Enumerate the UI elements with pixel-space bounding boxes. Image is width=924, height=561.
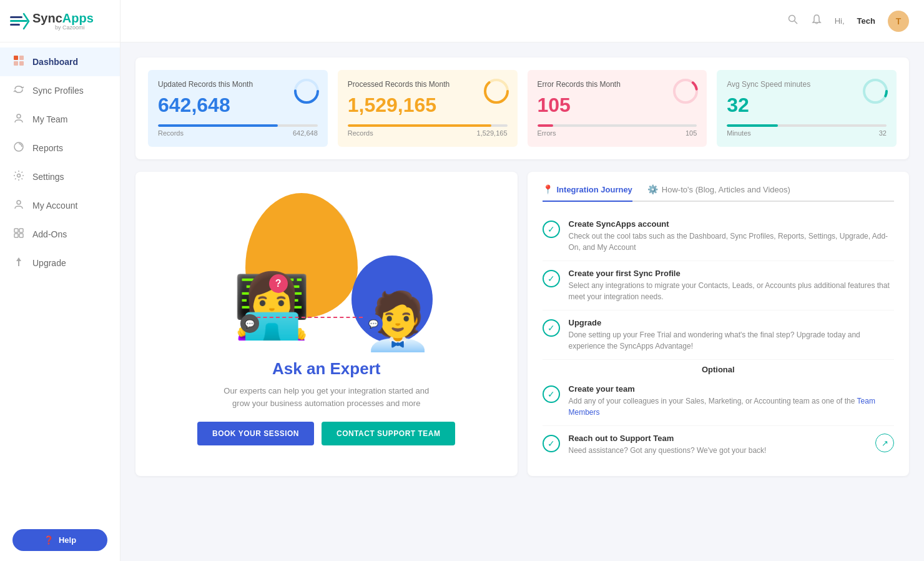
optional-label: Optional (543, 360, 895, 377)
integration-tabs: 📍 Integration Journey ⚙️ How-to's (Blog,… (543, 184, 895, 202)
stats-row: Updated Records this Month 642,648 Recor… (135, 57, 909, 159)
sidebar-item-dashboard[interactable]: Dashboard (0, 47, 120, 76)
stat-meta-label-speed: Minutes (727, 129, 751, 137)
ask-expert-panel: 👩‍💻 🧑‍💼 ? 💬 💬 Ask an Expert Our experts … (135, 172, 518, 476)
help-icon: ❓ (44, 535, 54, 545)
check-create-team: ✓ (543, 385, 560, 403)
check-create-account: ✓ (543, 221, 560, 238)
topbar: Hi, Tech T (120, 0, 924, 42)
svg-rect-11 (14, 229, 18, 232)
journey-title-create-account: Create SyncApps account (569, 219, 895, 229)
check-sync-profile: ✓ (543, 270, 560, 287)
sidebar-label-dashboard: Dashboard (32, 57, 78, 67)
howtos-tab-icon: ⚙️ (647, 184, 658, 194)
svg-line-16 (794, 21, 797, 24)
chat-icon-right: 💬 (364, 314, 383, 333)
stat-avg-sync-speed: Avg Sync Speed minutes 32 Minutes 32 (717, 70, 897, 147)
journey-title-reach-support: Reach out to Support Team (569, 434, 867, 443)
sidebar-help: ❓ Help (0, 519, 120, 561)
contact-support-button[interactable]: CONTACT SUPPORT TEAM (322, 422, 455, 445)
svg-rect-0 (10, 16, 22, 18)
help-button[interactable]: ❓ Help (12, 529, 107, 551)
add-ons-icon (12, 227, 25, 241)
notification-icon[interactable] (811, 14, 822, 28)
tab-integration-journey[interactable]: 📍 Integration Journey (543, 184, 632, 202)
journey-desc-reach-support: Need assistance? Got any questions? We'v… (569, 445, 867, 456)
sidebar-item-add-ons[interactable]: Add-Ons (0, 220, 120, 249)
settings-icon (12, 170, 25, 184)
sidebar-label-upgrade: Upgrade (32, 258, 66, 268)
sidebar-nav: Dashboard Sync Profiles My Team Reports … (0, 42, 120, 519)
topbar-greeting: Hi, (835, 16, 845, 26)
svg-rect-14 (19, 234, 23, 237)
my-account-icon (12, 199, 25, 212)
sidebar-label-sync-profiles: Sync Profiles (32, 86, 84, 96)
syncapps-logo-icon (10, 12, 30, 30)
sidebar-logo: SyncApps by Cazoomi (0, 0, 120, 42)
upgrade-icon (12, 256, 25, 270)
journey-tab-label: Integration Journey (557, 185, 632, 194)
dashboard-icon (12, 55, 25, 69)
journey-item-sync-profile: ✓ Create your first Sync Profile Select … (543, 261, 895, 310)
stat-meta-value-processed: 1,529,165 (477, 129, 508, 137)
dotted-line (250, 317, 363, 318)
topbar-username: Tech (857, 16, 875, 26)
sidebar-item-reports[interactable]: Reports (0, 134, 120, 162)
svg-rect-5 (14, 61, 18, 66)
svg-rect-6 (19, 61, 24, 66)
sidebar-item-sync-profiles[interactable]: Sync Profiles (0, 76, 120, 105)
journey-title-upgrade: Upgrade (569, 318, 895, 327)
svg-rect-1 (10, 20, 27, 22)
journey-item-reach-support: ✓ Reach out to Support Team Need assista… (543, 426, 895, 464)
content-area: Updated Records this Month 642,648 Recor… (120, 42, 924, 561)
journey-title-create-team: Create your team (569, 384, 895, 394)
journey-item-create-account: ✓ Create SyncApps account Check out the … (543, 212, 895, 261)
svg-rect-2 (10, 24, 20, 26)
svg-point-7 (17, 114, 21, 118)
check-upgrade: ✓ (543, 319, 560, 337)
svg-point-9 (17, 174, 21, 177)
bottom-section: 👩‍💻 🧑‍💼 ? 💬 💬 Ask an Expert Our experts … (135, 172, 909, 476)
journey-desc-create-account: Check out the cool tabs such as the Dash… (569, 231, 895, 253)
svg-rect-4 (19, 56, 24, 60)
svg-rect-13 (14, 234, 18, 237)
sidebar-label-my-team: My Team (32, 114, 68, 124)
sidebar-item-my-team[interactable]: My Team (0, 105, 120, 134)
ask-expert-buttons: BOOK YOUR SESSION CONTACT SUPPORT TEAM (197, 422, 455, 445)
sidebar-label-add-ons: Add-Ons (32, 229, 67, 239)
check-reach-support: ✓ (543, 435, 560, 452)
ask-expert-desc: Our experts can help you get your integr… (220, 385, 433, 409)
stat-meta-label-updated: Records (158, 129, 184, 137)
stat-meta-value-errors: 105 (686, 129, 697, 137)
expert-illustration: 👩‍💻 🧑‍💼 ? 💬 💬 (208, 187, 445, 349)
stat-meta-value-updated: 642,648 (293, 129, 318, 137)
sidebar: SyncApps by Cazoomi Dashboard Sync Profi… (0, 0, 120, 561)
stat-meta-label-processed: Records (348, 129, 373, 137)
tab-howtos[interactable]: ⚙️ How-to's (Blog, Articles and Videos) (647, 184, 790, 202)
integration-panel: 📍 Integration Journey ⚙️ How-to's (Blog,… (528, 172, 910, 476)
book-session-button[interactable]: BOOK YOUR SESSION (197, 422, 314, 445)
external-link-icon[interactable]: ↗ (875, 434, 894, 452)
svg-point-10 (17, 201, 21, 204)
logo-apps-text: Apps (62, 11, 94, 26)
sidebar-label-reports: Reports (32, 143, 63, 153)
sidebar-item-settings[interactable]: Settings (0, 162, 120, 191)
reports-icon (12, 141, 25, 155)
howtos-tab-label: How-to's (Blog, Articles and Videos) (662, 185, 790, 194)
svg-rect-3 (14, 56, 18, 60)
stat-ring-updated (293, 77, 320, 105)
ask-expert-title: Ask an Expert (272, 359, 380, 379)
svg-point-23 (864, 80, 887, 102)
search-icon[interactable] (787, 14, 799, 28)
stat-error-records: Error Records this Month 105 Errors 105 (528, 70, 707, 147)
stat-ring-processed (483, 77, 510, 105)
sidebar-item-my-account[interactable]: My Account (0, 191, 120, 220)
chat-icon-left: 💬 (240, 314, 259, 333)
logo-sync-text: Sync (32, 11, 62, 26)
topbar-avatar[interactable]: T (888, 11, 909, 32)
help-label: Help (59, 535, 76, 545)
stat-meta-value-speed: 32 (879, 129, 887, 137)
svg-point-15 (789, 16, 795, 22)
journey-tab-icon: 📍 (543, 184, 553, 194)
sidebar-item-upgrade[interactable]: Upgrade (0, 249, 120, 277)
